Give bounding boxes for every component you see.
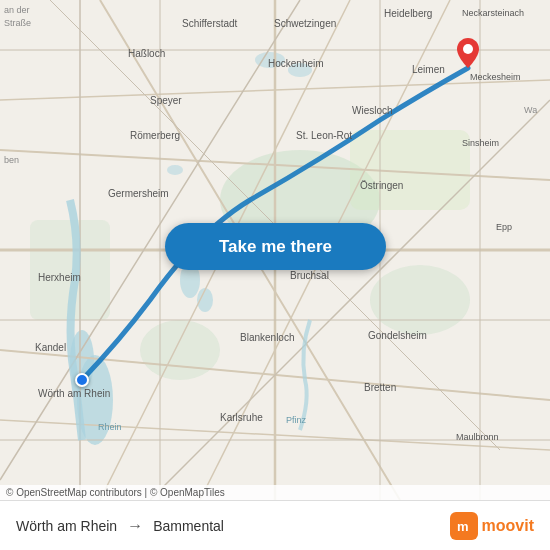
svg-point-6: [288, 63, 312, 77]
attribution-text: © OpenStreetMap contributors | © OpenMap…: [6, 487, 225, 498]
svg-text:m: m: [457, 519, 469, 534]
moovit-logo: m moovit: [450, 512, 534, 540]
bottom-bar: Wörth am Rhein → Bammental m moovit: [0, 500, 550, 550]
route-from: Wörth am Rhein: [16, 518, 117, 534]
svg-point-9: [140, 320, 220, 380]
svg-point-7: [167, 165, 183, 175]
svg-point-32: [463, 44, 473, 54]
svg-point-10: [370, 265, 470, 335]
destination-pin: [457, 38, 479, 68]
take-me-there-button[interactable]: Take me there: [165, 223, 386, 270]
route-to: Bammental: [153, 518, 224, 534]
map-container: Schifferstadt Schwetzingen Heidelberg Ne…: [0, 0, 550, 500]
moovit-text: moovit: [482, 517, 534, 535]
moovit-icon: m: [450, 512, 478, 540]
route-arrow: →: [127, 517, 143, 535]
attribution-bar: © OpenStreetMap contributors | © OpenMap…: [0, 485, 550, 500]
origin-pin: [75, 373, 89, 387]
